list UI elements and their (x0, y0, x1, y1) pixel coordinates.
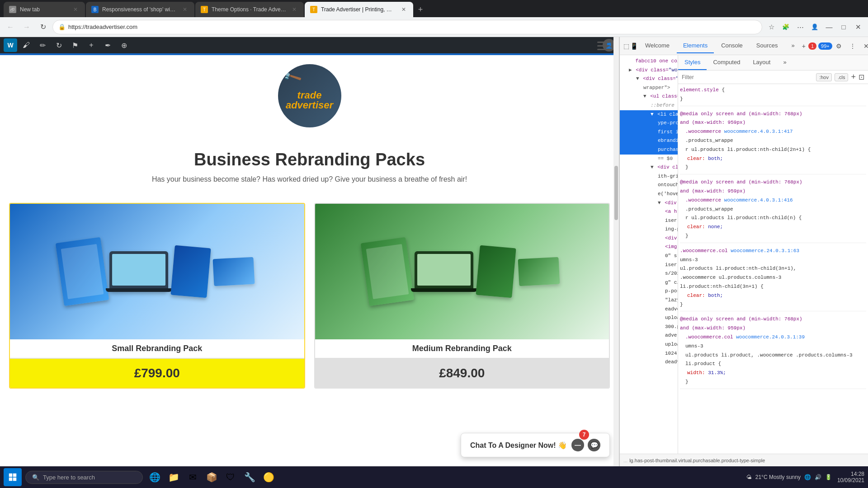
devtools-tab-console[interactable]: Console (715, 38, 749, 53)
dom-triangle[interactable]: ▼ (658, 200, 661, 206)
styles-subtab-layout[interactable]: Layout (746, 55, 777, 70)
wp-flag-icon[interactable]: ⚑ (68, 38, 82, 52)
dom-line-33[interactable]: uploads/2021/07/larg... (620, 340, 678, 349)
taskbar-app-icon[interactable]: 🟡 (260, 469, 277, 485)
dom-line-26[interactable]: g" class="scale-wit... (620, 278, 678, 287)
product-card-2[interactable]: Medium Rebranding Pack £849.00 (314, 203, 610, 389)
dom-line-31[interactable]: 300.png 300w, http... (620, 323, 678, 332)
styles-subtab-more[interactable]: » (777, 55, 793, 70)
dom-line-22[interactable]: <img width="300" he... (620, 243, 678, 252)
dom-line-9[interactable]: first instock product_cat-b... (620, 128, 678, 137)
extension-button[interactable]: 🧩 (779, 21, 792, 33)
dom-line-11[interactable]: purchasable product-type-si... (620, 145, 678, 155)
tab-tradeadvertiser[interactable]: T Trade Advertiser | Printing, Work... ✕ (305, 2, 413, 17)
css-link-3[interactable]: woocommerce.24.0.3.1:39 (736, 334, 805, 340)
back-button[interactable]: ← (4, 20, 17, 34)
dom-line-34[interactable]: 1024.png 1024w, htt... (620, 349, 678, 358)
settings-button[interactable]: ⋯ (794, 21, 807, 33)
dom-line-19[interactable]: iser.com/product/small... (620, 216, 678, 225)
star-button[interactable]: ☆ (765, 21, 778, 33)
dom-line-18[interactable]: <a href="https://tra... (620, 207, 678, 216)
dom-line-wrapper[interactable]: wrapper"> (620, 84, 678, 93)
devtools-tab-sources[interactable]: Sources (750, 38, 784, 53)
dom-triangle[interactable]: ▼ (636, 76, 639, 81)
new-tab-button[interactable]: + (414, 3, 427, 16)
dom-line-20[interactable]: ing-pack/"> (620, 225, 678, 234)
css-link-2[interactable]: woocommerce.4.0.3.1:416 (724, 197, 793, 203)
taskbar-battery-icon[interactable]: 🔋 (825, 474, 832, 480)
dom-line-8[interactable]: ype-product post-263 status-... (620, 119, 678, 128)
dom-line-7[interactable]: ▼ <li class="isotope-item p... (620, 110, 678, 119)
tab-themeoptions[interactable]: T Theme Options · Trade Advertis... ✕ (195, 2, 304, 17)
wp-pen-icon[interactable]: ✒ (100, 38, 115, 52)
cls-button[interactable]: .cls (835, 73, 849, 81)
chat-widget[interactable]: Chat To A Designer Now! 👋 7 — 💬 (461, 433, 610, 457)
taskbar-clock[interactable]: 14:28 10/09/2021 (837, 471, 864, 483)
wp-edit-icon[interactable]: ✏ (35, 38, 50, 52)
address-bar[interactable]: 🔒 https://tradeadvertiser.com (52, 20, 762, 34)
devtools-close-icon[interactable]: ✕ (860, 40, 868, 52)
close-window-button[interactable]: ✕ (852, 21, 864, 33)
dom-line-27[interactable]: p-post-image" alt =... (620, 287, 678, 296)
tab-close-tradeadvertiser[interactable]: ✕ (400, 5, 408, 14)
scroll-thumb[interactable] (614, 166, 618, 220)
devtools-tab-welcome[interactable]: Welcome (639, 38, 676, 53)
dom-triangle[interactable]: ▼ (651, 112, 654, 117)
forward-button[interactable]: → (20, 20, 33, 34)
taskbar-amazon-icon[interactable]: 📦 (203, 469, 220, 485)
wp-refresh-icon[interactable]: ↻ (52, 38, 66, 52)
styles-filter-input[interactable] (682, 74, 813, 80)
devtools-tab-more[interactable]: » (785, 38, 801, 53)
dom-line-35[interactable]: deadvertiser.com/wp... (620, 358, 678, 367)
scroll-track[interactable] (613, 37, 619, 466)
dom-line-12[interactable]: == $0 (620, 155, 678, 164)
reload-button[interactable]: ↻ (36, 20, 50, 34)
css-link-col[interactable]: woocommerce.24.0.3.1:63 (731, 248, 799, 253)
wp-plus-icon[interactable]: + (84, 38, 99, 52)
dom-line-5[interactable]: ▼ <ul class="products "> (620, 92, 678, 101)
styles-subtab-computed[interactable]: Computed (707, 55, 746, 70)
dom-triangle[interactable]: ▶ (629, 67, 632, 73)
dom-line-16[interactable]: e('hover');"> (620, 190, 678, 199)
dom-line-23[interactable]: 0" src="https://tra... (620, 252, 678, 261)
tab-responsiveness[interactable]: B Responsiveness of 'shop' widge... ✕ (86, 2, 194, 17)
dom-line-10[interactable]: ebranding has-post-thumbnail... (620, 136, 678, 145)
dom-triangle[interactable]: ▼ (643, 94, 646, 99)
browser-profile[interactable]: 👤 (808, 21, 821, 33)
taskbar-mail-icon[interactable]: ✉ (184, 469, 201, 485)
devtools-device-icon[interactable]: 📱 (630, 40, 638, 52)
dom-line-14[interactable]: ith-grid product-loop-thum... (620, 172, 678, 181)
devtools-inspect-icon[interactable]: ⬚ (623, 40, 629, 52)
taskbar-tool-icon[interactable]: 🔧 (241, 469, 258, 485)
dom-line-3[interactable]: ▼ <div class="products_wrapper (620, 75, 678, 84)
taskbar-search[interactable]: 🔍 Type here to search (25, 471, 143, 484)
tab-close-newtab[interactable]: ✕ (71, 5, 80, 14)
taskbar-volume-icon[interactable]: 🔊 (815, 474, 821, 480)
copy-style-button[interactable]: ⊡ (859, 73, 864, 81)
chat-open-button[interactable]: 💬 (588, 439, 600, 451)
dom-line-28[interactable]: "lazy" srcset="http... (620, 296, 678, 305)
dom-line-25[interactable]: s/2021/07/larger-30... (620, 269, 678, 278)
dom-line-21[interactable]: <div class="mask">... (620, 234, 678, 243)
tab-close-themeoptions[interactable]: ✕ (290, 5, 298, 14)
dom-line-15[interactable]: ontouchstart="this.classLi... (620, 181, 678, 190)
chat-minimize-button[interactable]: — (571, 439, 584, 451)
wp-logo[interactable]: W (4, 38, 17, 52)
product-card-1[interactable]: Small Rebranding Pack £799.00 (9, 203, 305, 389)
dom-line-6[interactable]: ::before (620, 101, 678, 110)
tab-close-responsiveness[interactable]: ✕ (181, 5, 189, 14)
dom-line-17[interactable]: ▼ <div class="image_wra... (620, 199, 678, 208)
devtools-vertical-icon[interactable]: ⋮ (847, 40, 859, 52)
dom-line-13[interactable]: ▼ <div class="image_frame... (620, 163, 678, 172)
taskbar-security-icon[interactable]: 🛡 (222, 469, 239, 485)
start-button[interactable] (4, 468, 22, 486)
maximize-button[interactable]: □ (837, 21, 850, 33)
minimize-button[interactable]: — (823, 21, 835, 33)
hov-button[interactable]: :hov (816, 73, 832, 81)
dom-line-2[interactable]: ▶ <div class="woocommerce column... (620, 66, 678, 75)
devtools-tab-elements[interactable]: Elements (677, 38, 714, 53)
styles-subtab-styles[interactable]: Styles (678, 55, 707, 70)
tab-newtab[interactable]: 🗗 New tab ✕ (4, 2, 85, 17)
add-style-button[interactable]: + (851, 72, 856, 82)
dom-triangle[interactable]: ▼ (651, 164, 654, 170)
